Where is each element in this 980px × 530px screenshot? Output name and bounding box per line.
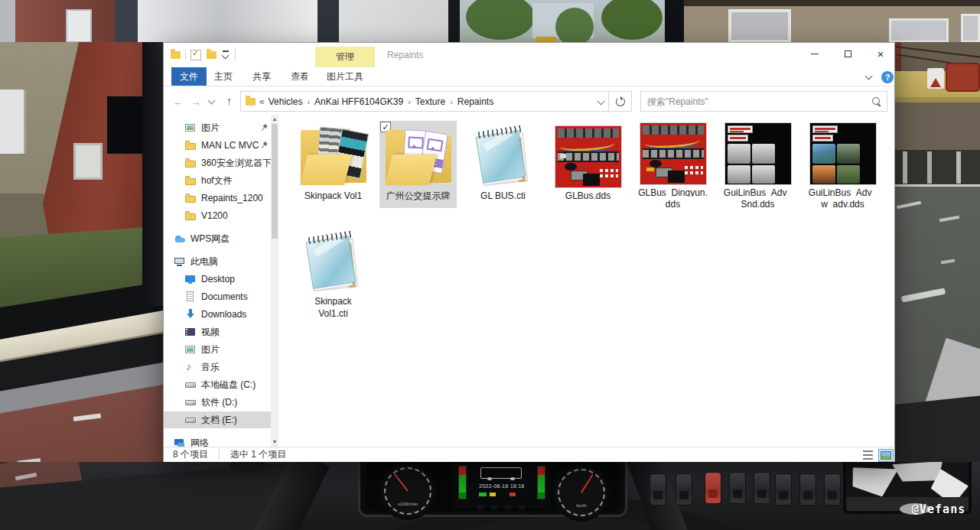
- folder-icon-large: PIC PIC: [384, 125, 453, 188]
- photo-panel: [812, 165, 835, 184]
- tex-dots: [600, 169, 618, 172]
- red-mark: [815, 131, 829, 132]
- separator: [185, 49, 186, 60]
- tile-box: Skinpack Vol1: [295, 121, 372, 208]
- sidebar-item-repaints-1200[interactable]: Repaints_1200: [164, 190, 271, 206]
- red-mark: [730, 137, 746, 139]
- gauge-unit-label: km/h: [565, 503, 598, 508]
- sidebar-item-man-lc[interactable]: MAN LC MVC: [164, 137, 271, 154]
- red-mark: [815, 128, 835, 130]
- sidebar-item-hof[interactable]: hof文件: [164, 172, 271, 189]
- sidebar-item-label: Downloads: [201, 309, 246, 320]
- qat-properties-button[interactable]: ✓: [190, 50, 201, 60]
- tab-picture-tools[interactable]: 图片工具: [315, 67, 375, 86]
- sidebar-item-drive-d[interactable]: 软件 (D:): [164, 394, 271, 411]
- tab-share[interactable]: 共享: [245, 67, 278, 86]
- scrollbar-thumb[interactable]: [272, 124, 278, 239]
- desktop-icon: [184, 273, 197, 285]
- file-tile-guilinbus-adv-w-adv-dds[interactable]: GuiLinBus_Adv_ w_adv.dds: [800, 121, 885, 228]
- notepad: [307, 232, 360, 294]
- pillar-dark: [115, 0, 138, 43]
- file-list: Skinpack Vol1 ✓ PIC: [291, 115, 887, 447]
- breadcrumb-segment[interactable]: Texture: [415, 96, 445, 107]
- sidebar-item-label: Repaints_1200: [201, 193, 263, 203]
- qat-customize-button[interactable]: [222, 50, 230, 60]
- breadcrumb-segment[interactable]: Vehicles: [269, 96, 303, 107]
- file-tile-skinpack-vol1-cti[interactable]: Skinpack Vol1.cti: [291, 231, 376, 338]
- red-near-window: [73, 143, 103, 180]
- red-text-plate: [812, 135, 833, 141]
- ribbon-divider: [164, 86, 894, 86]
- sidebar-item-drive-c[interactable]: 本地磁盘 (C:): [164, 376, 271, 393]
- sidebar-item-documents[interactable]: Documents: [164, 288, 271, 305]
- sidebar-item-this-pc[interactable]: 此电脑: [164, 253, 271, 270]
- pin-icon: [261, 141, 269, 149]
- tile-box: GuiLinBus_Adv_ w_adv.dds: [804, 121, 881, 208]
- sidebar-item-music[interactable]: 音乐: [164, 359, 271, 376]
- address-dropdown-chevron-icon[interactable]: [597, 98, 605, 106]
- file-explorer-window: ✓ 管理 Repaints × 文件 主页 共享 查看 图片工具: [163, 42, 895, 462]
- tab-file[interactable]: 文件: [171, 67, 207, 86]
- file-tile-skinpack-vol1[interactable]: Skinpack Vol1: [291, 121, 376, 228]
- breadcrumb-segment[interactable]: AnKai HFF6104GK39: [314, 96, 403, 107]
- sidebar-item-pictures[interactable]: 图片: [164, 341, 271, 358]
- ribbon-collapse-chevron-icon[interactable]: [865, 73, 873, 80]
- scroll-up-icon[interactable]: ▲: [272, 116, 278, 122]
- back-button[interactable]: ←: [173, 96, 184, 107]
- folder-with-skins-icon: [298, 122, 370, 188]
- close-button[interactable]: ×: [864, 43, 897, 64]
- history-chevron-icon[interactable]: [208, 97, 216, 105]
- help-button[interactable]: ?: [881, 71, 894, 83]
- sidebar-item-wps-cloud[interactable]: WPS网盘: [164, 230, 271, 247]
- sidebar-item-label: 图片: [201, 122, 220, 135]
- awning-wave: [895, 97, 980, 102]
- minimize-button[interactable]: [799, 43, 831, 64]
- search-input[interactable]: [647, 96, 861, 107]
- file-tile-glbus-dingyun-dds[interactable]: GLBus_Dingyun. dds: [630, 121, 715, 228]
- road-marking: [73, 414, 101, 421]
- sidebar-item-360-downloads[interactable]: 360安全浏览器下: [164, 154, 271, 171]
- sidebar-item-label: MAN LC MVC: [201, 140, 259, 151]
- large-icons-view-button[interactable]: [878, 449, 894, 462]
- sidebar-item-downloads[interactable]: Downloads: [164, 306, 271, 323]
- tab-view[interactable]: 查看: [283, 67, 317, 86]
- building-window: [66, 9, 92, 43]
- sidebar-item-pictures-pinned[interactable]: 图片: [164, 119, 271, 136]
- refresh-button[interactable]: [608, 91, 632, 112]
- tab-home[interactable]: 主页: [207, 67, 240, 86]
- status-bar: 8 个项目 选中 1 个项目: [164, 447, 894, 462]
- tex-black-box: [668, 171, 685, 183]
- sidebar-item-v1200[interactable]: V1200: [164, 207, 271, 224]
- sidebar-item-videos[interactable]: 视频: [164, 324, 271, 340]
- notepad: [477, 127, 530, 188]
- scroll-down-icon[interactable]: ▼: [272, 439, 278, 445]
- breadcrumb-separator: ›: [407, 97, 412, 106]
- sidebar-item-label: Desktop: [201, 274, 235, 285]
- qat-new-folder-button[interactable]: [207, 51, 217, 59]
- title-bar[interactable]: ✓ 管理 Repaints ×: [164, 43, 894, 67]
- sidebar-scrollbar[interactable]: ▲ ▼: [271, 115, 278, 447]
- road-marking: [939, 216, 959, 222]
- contextual-group-header[interactable]: 管理: [315, 47, 375, 67]
- sidebar-item-desktop[interactable]: Desktop: [164, 271, 271, 288]
- breadcrumb-segment[interactable]: Repaints: [457, 96, 493, 107]
- file-tile-gz-bus-signs[interactable]: ✓ PIC PIC: [376, 121, 461, 228]
- qat-folder-button[interactable]: [171, 51, 181, 59]
- sidebar-item-drive-e[interactable]: 文档 (E:): [164, 411, 271, 428]
- forward-button[interactable]: →: [190, 96, 201, 107]
- tex-dots: [685, 166, 703, 169]
- file-tile-glbus-dds[interactable]: GLBus.dds: [545, 121, 630, 228]
- level-bar-right: [538, 467, 545, 499]
- maximize-button[interactable]: [832, 43, 864, 64]
- breadcrumb-collapse[interactable]: «: [259, 96, 265, 107]
- red-mark: [730, 131, 744, 132]
- file-tile-guilinbus-adv-snd-dds[interactable]: GuiLinBus_Adv_ Snd.dds: [715, 121, 800, 228]
- file-tile-gl-bus-cti[interactable]: GL BUS.cti: [461, 121, 545, 228]
- large-icons-view-icon: [881, 451, 891, 460]
- details-view-button[interactable]: [861, 449, 877, 462]
- sidebar-item-label: V1200: [201, 210, 228, 221]
- search-box[interactable]: [640, 91, 887, 112]
- up-button[interactable]: ↑: [226, 96, 232, 106]
- tex-white-chip: [560, 154, 566, 158]
- address-bar[interactable]: « Vehicles › AnKai HFF6104GK39 › Texture…: [240, 91, 609, 112]
